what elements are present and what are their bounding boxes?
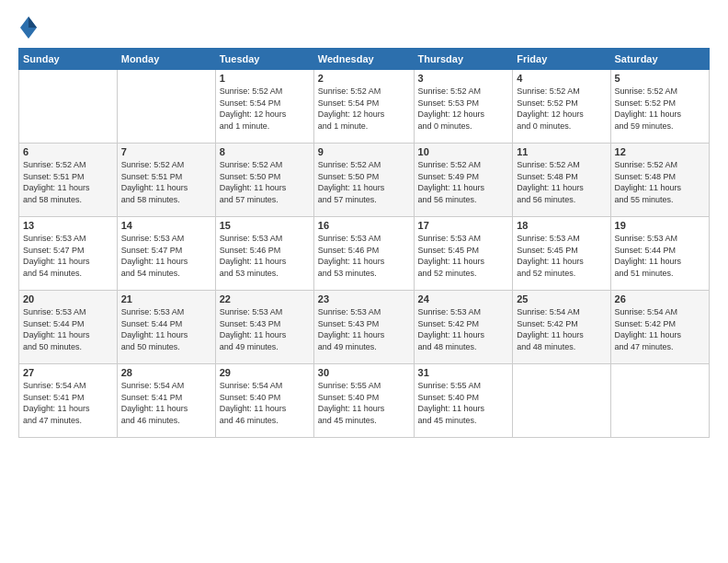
col-header-wednesday: Wednesday (313, 49, 414, 70)
day-number: 19 (615, 220, 705, 231)
day-number: 31 (418, 367, 509, 378)
day-info: Sunrise: 5:53 AMSunset: 5:47 PMDaylight:… (121, 233, 211, 279)
day-number: 15 (220, 220, 310, 231)
week-row-1: 1Sunrise: 5:52 AMSunset: 5:54 PMDaylight… (19, 70, 710, 144)
day-cell: 24Sunrise: 5:53 AMSunset: 5:42 PMDayligh… (414, 291, 513, 364)
day-cell: 3Sunrise: 5:52 AMSunset: 5:53 PMDaylight… (414, 70, 513, 144)
day-number: 23 (318, 293, 410, 304)
day-info: Sunrise: 5:54 AMSunset: 5:41 PMDaylight:… (23, 380, 113, 426)
day-info: Sunrise: 5:53 AMSunset: 5:46 PMDaylight:… (220, 233, 310, 279)
header-row: SundayMondayTuesdayWednesdayThursdayFrid… (19, 49, 710, 70)
day-info: Sunrise: 5:53 AMSunset: 5:43 PMDaylight:… (318, 306, 410, 352)
day-number: 16 (318, 220, 410, 231)
day-cell: 2Sunrise: 5:52 AMSunset: 5:54 PMDaylight… (313, 70, 414, 144)
day-number: 17 (418, 220, 509, 231)
col-header-thursday: Thursday (414, 49, 513, 70)
day-number: 13 (23, 220, 113, 231)
day-number: 6 (23, 146, 113, 157)
day-number: 4 (517, 73, 606, 84)
day-number: 10 (418, 146, 509, 157)
day-cell: 5Sunrise: 5:52 AMSunset: 5:52 PMDaylight… (610, 70, 709, 144)
col-header-friday: Friday (513, 49, 610, 70)
day-number: 27 (23, 367, 113, 378)
day-cell: 7Sunrise: 5:52 AMSunset: 5:51 PMDaylight… (117, 144, 215, 217)
day-cell (19, 70, 118, 144)
week-row-4: 20Sunrise: 5:53 AMSunset: 5:44 PMDayligh… (19, 291, 710, 364)
day-cell: 11Sunrise: 5:52 AMSunset: 5:48 PMDayligh… (513, 144, 610, 217)
day-info: Sunrise: 5:53 AMSunset: 5:45 PMDaylight:… (517, 233, 606, 279)
day-cell: 20Sunrise: 5:53 AMSunset: 5:44 PMDayligh… (19, 291, 118, 364)
day-info: Sunrise: 5:52 AMSunset: 5:53 PMDaylight:… (418, 86, 509, 132)
day-number: 30 (318, 367, 410, 378)
day-cell: 19Sunrise: 5:53 AMSunset: 5:44 PMDayligh… (610, 217, 709, 291)
day-info: Sunrise: 5:52 AMSunset: 5:50 PMDaylight:… (318, 159, 410, 205)
calendar-header: SundayMondayTuesdayWednesdayThursdayFrid… (19, 49, 710, 70)
day-cell: 15Sunrise: 5:53 AMSunset: 5:46 PMDayligh… (215, 217, 313, 291)
day-info: Sunrise: 5:55 AMSunset: 5:40 PMDaylight:… (318, 380, 410, 426)
day-number: 11 (517, 146, 606, 157)
day-info: Sunrise: 5:55 AMSunset: 5:40 PMDaylight:… (418, 380, 509, 426)
calendar-table: SundayMondayTuesdayWednesdayThursdayFrid… (18, 48, 710, 438)
week-row-3: 13Sunrise: 5:53 AMSunset: 5:47 PMDayligh… (19, 217, 710, 291)
col-header-monday: Monday (117, 49, 215, 70)
day-cell: 25Sunrise: 5:54 AMSunset: 5:42 PMDayligh… (513, 291, 610, 364)
day-number: 1 (220, 73, 310, 84)
day-cell: 21Sunrise: 5:53 AMSunset: 5:44 PMDayligh… (117, 291, 215, 364)
day-cell (117, 70, 215, 144)
day-info: Sunrise: 5:52 AMSunset: 5:52 PMDaylight:… (517, 86, 606, 132)
day-number: 28 (121, 367, 211, 378)
day-info: Sunrise: 5:52 AMSunset: 5:50 PMDaylight:… (220, 159, 310, 205)
day-number: 9 (318, 146, 410, 157)
day-cell: 23Sunrise: 5:53 AMSunset: 5:43 PMDayligh… (313, 291, 414, 364)
day-info: Sunrise: 5:52 AMSunset: 5:54 PMDaylight:… (220, 86, 310, 132)
day-cell: 13Sunrise: 5:53 AMSunset: 5:47 PMDayligh… (19, 217, 118, 291)
day-cell: 26Sunrise: 5:54 AMSunset: 5:42 PMDayligh… (610, 291, 709, 364)
day-info: Sunrise: 5:54 AMSunset: 5:42 PMDaylight:… (615, 306, 705, 352)
day-info: Sunrise: 5:53 AMSunset: 5:42 PMDaylight:… (418, 306, 509, 352)
day-info: Sunrise: 5:53 AMSunset: 5:46 PMDaylight:… (318, 233, 410, 279)
day-number: 8 (220, 146, 310, 157)
day-number: 2 (318, 73, 410, 84)
day-info: Sunrise: 5:53 AMSunset: 5:44 PMDaylight:… (23, 306, 113, 352)
day-cell: 9Sunrise: 5:52 AMSunset: 5:50 PMDaylight… (313, 144, 414, 217)
day-info: Sunrise: 5:52 AMSunset: 5:52 PMDaylight:… (615, 86, 705, 132)
col-header-sunday: Sunday (19, 49, 118, 70)
day-cell: 1Sunrise: 5:52 AMSunset: 5:54 PMDaylight… (215, 70, 313, 144)
day-cell: 6Sunrise: 5:52 AMSunset: 5:51 PMDaylight… (19, 144, 118, 217)
day-info: Sunrise: 5:54 AMSunset: 5:41 PMDaylight:… (121, 380, 211, 426)
day-cell: 29Sunrise: 5:54 AMSunset: 5:40 PMDayligh… (215, 364, 313, 438)
day-info: Sunrise: 5:52 AMSunset: 5:48 PMDaylight:… (615, 159, 705, 205)
day-info: Sunrise: 5:52 AMSunset: 5:51 PMDaylight:… (23, 159, 113, 205)
col-header-tuesday: Tuesday (215, 49, 313, 70)
day-cell: 12Sunrise: 5:52 AMSunset: 5:48 PMDayligh… (610, 144, 709, 217)
day-cell: 18Sunrise: 5:53 AMSunset: 5:45 PMDayligh… (513, 217, 610, 291)
svg-marker-1 (28, 17, 37, 28)
week-row-2: 6Sunrise: 5:52 AMSunset: 5:51 PMDaylight… (19, 144, 710, 217)
page: SundayMondayTuesdayWednesdayThursdayFrid… (0, 0, 728, 563)
day-cell: 30Sunrise: 5:55 AMSunset: 5:40 PMDayligh… (313, 364, 414, 438)
day-number: 29 (220, 367, 310, 378)
day-info: Sunrise: 5:52 AMSunset: 5:51 PMDaylight:… (121, 159, 211, 205)
day-info: Sunrise: 5:54 AMSunset: 5:42 PMDaylight:… (517, 306, 606, 352)
day-number: 7 (121, 146, 211, 157)
week-row-5: 27Sunrise: 5:54 AMSunset: 5:41 PMDayligh… (19, 364, 710, 438)
day-info: Sunrise: 5:53 AMSunset: 5:44 PMDaylight:… (615, 233, 705, 279)
day-number: 22 (220, 293, 310, 304)
day-cell: 28Sunrise: 5:54 AMSunset: 5:41 PMDayligh… (117, 364, 215, 438)
calendar-body: 1Sunrise: 5:52 AMSunset: 5:54 PMDaylight… (19, 70, 710, 438)
day-cell: 31Sunrise: 5:55 AMSunset: 5:40 PMDayligh… (414, 364, 513, 438)
day-cell: 10Sunrise: 5:52 AMSunset: 5:49 PMDayligh… (414, 144, 513, 217)
logo (18, 15, 42, 40)
header (18, 15, 710, 40)
day-number: 25 (517, 293, 606, 304)
col-header-saturday: Saturday (610, 49, 709, 70)
day-cell: 16Sunrise: 5:53 AMSunset: 5:46 PMDayligh… (313, 217, 414, 291)
day-info: Sunrise: 5:53 AMSunset: 5:47 PMDaylight:… (23, 233, 113, 279)
day-cell: 8Sunrise: 5:52 AMSunset: 5:50 PMDaylight… (215, 144, 313, 217)
day-info: Sunrise: 5:53 AMSunset: 5:45 PMDaylight:… (418, 233, 509, 279)
day-info: Sunrise: 5:53 AMSunset: 5:43 PMDaylight:… (220, 306, 310, 352)
day-number: 18 (517, 220, 606, 231)
day-number: 12 (615, 146, 705, 157)
day-cell: 14Sunrise: 5:53 AMSunset: 5:47 PMDayligh… (117, 217, 215, 291)
day-number: 3 (418, 73, 509, 84)
